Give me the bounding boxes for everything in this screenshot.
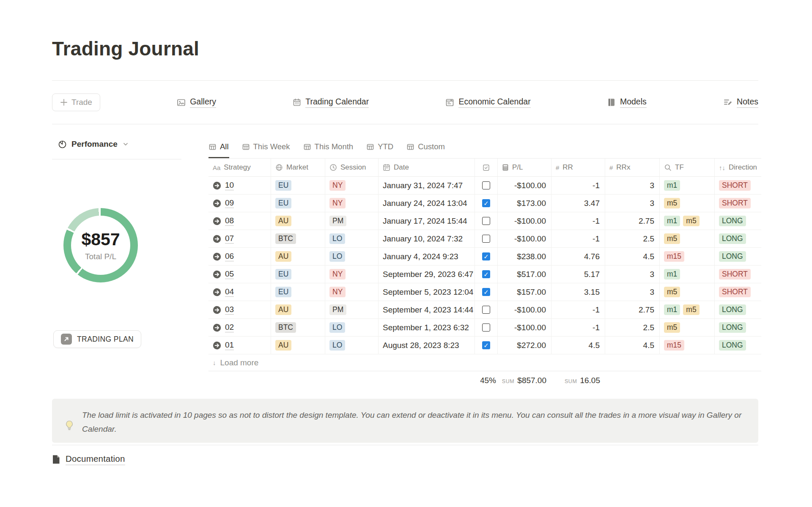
strategy-link[interactable]: 06 (225, 252, 234, 261)
session-cell[interactable]: LO (325, 337, 379, 354)
session-cell[interactable]: NY (325, 195, 379, 212)
checkbox-checked[interactable]: ✓ (482, 341, 490, 349)
session-cell[interactable]: LO (325, 248, 379, 266)
rrx-cell[interactable]: 4.5 (605, 337, 660, 354)
win-percent-aggregate[interactable]: 45% (475, 371, 498, 390)
checkbox-unchecked[interactable] (482, 235, 490, 243)
pl-cell[interactable]: -$100.00 (498, 301, 551, 319)
rrx-cell[interactable]: 2.75 (605, 301, 660, 319)
win-cell[interactable] (475, 230, 498, 248)
checkbox-unchecked[interactable] (482, 181, 490, 189)
checkbox-checked[interactable]: ✓ (482, 199, 490, 207)
rrx-cell[interactable]: 2.5 (605, 230, 660, 248)
pl-sum-aggregate[interactable]: SUM $857.00 (498, 371, 551, 390)
direction-cell[interactable]: SHORT (715, 195, 761, 212)
session-cell[interactable]: NY (325, 266, 379, 283)
tf-cell[interactable]: m1 (660, 177, 715, 195)
market-cell[interactable]: BTC (271, 319, 325, 337)
strategy-cell[interactable]: 05 (208, 266, 271, 283)
strategy-link[interactable]: 03 (225, 305, 234, 315)
pl-cell[interactable]: $157.00 (498, 283, 551, 301)
date-cell[interactable]: January 17, 2024 15:44 (379, 212, 475, 230)
tab-this-week[interactable]: This Week (242, 135, 291, 158)
tf-cell[interactable]: m5 (660, 319, 715, 337)
win-cell[interactable] (475, 177, 498, 195)
session-cell[interactable]: PM (325, 212, 379, 230)
date-cell[interactable]: January 4, 2024 9:23 (379, 248, 475, 266)
tf-cell[interactable]: m15 (660, 337, 715, 354)
direction-cell[interactable]: LONG (715, 301, 761, 319)
rr-cell[interactable]: -1 (551, 212, 605, 230)
documentation-link[interactable]: Documentation (52, 454, 125, 465)
trade-button[interactable]: Trade (52, 93, 100, 111)
date-cell[interactable]: September 4, 2023 14:44 (379, 301, 475, 319)
rrx-cell[interactable]: 4.5 (605, 248, 660, 266)
checkbox-checked[interactable]: ✓ (482, 252, 490, 260)
win-cell[interactable] (475, 212, 498, 230)
strategy-link[interactable]: 08 (225, 216, 234, 226)
tf-cell[interactable]: m5 (660, 283, 715, 301)
tab-ytd[interactable]: YTD (366, 135, 394, 158)
checkbox-unchecked[interactable] (482, 217, 490, 225)
pl-cell[interactable]: -$100.00 (498, 230, 551, 248)
column-header-rr[interactable]: #RR (551, 159, 605, 177)
strategy-cell[interactable]: 03 (208, 301, 271, 319)
strategy-cell[interactable]: 08 (208, 212, 271, 230)
win-cell[interactable]: ✓ (475, 337, 498, 354)
strategy-cell[interactable]: 02 (208, 319, 271, 337)
market-cell[interactable]: AU (271, 301, 325, 319)
nav-link-models[interactable]: Models (607, 97, 647, 108)
trading-plan-button[interactable]: TRADING PLAN (53, 330, 141, 348)
win-cell[interactable] (475, 301, 498, 319)
date-cell[interactable]: January 31, 2024 7:47 (379, 177, 475, 195)
rr-cell[interactable]: -1 (551, 301, 605, 319)
strategy-cell[interactable]: 04 (208, 283, 271, 301)
win-cell[interactable]: ✓ (475, 248, 498, 266)
column-header-tf[interactable]: TF (660, 159, 715, 177)
column-header-market[interactable]: Market (271, 159, 325, 177)
checkbox-checked[interactable]: ✓ (482, 288, 490, 296)
session-cell[interactable]: LO (325, 230, 379, 248)
market-cell[interactable]: AU (271, 212, 325, 230)
tf-cell[interactable]: m5 (660, 230, 715, 248)
market-cell[interactable]: EU (271, 283, 325, 301)
pl-cell[interactable]: $517.00 (498, 266, 551, 283)
strategy-link[interactable]: 09 (225, 198, 234, 208)
nav-link-gallery[interactable]: Gallery (177, 97, 216, 108)
pl-cell[interactable]: $272.00 (498, 337, 551, 354)
session-cell[interactable]: NY (325, 283, 379, 301)
nav-link-economic-calendar[interactable]: Economic Calendar (445, 97, 530, 108)
date-cell[interactable]: January 24, 2024 13:04 (379, 195, 475, 212)
tf-cell[interactable]: m15 (660, 248, 715, 266)
strategy-cell[interactable]: 07 (208, 230, 271, 248)
rr-cell[interactable]: -1 (551, 177, 605, 195)
strategy-cell[interactable]: 09 (208, 195, 271, 212)
direction-cell[interactable]: LONG (715, 212, 761, 230)
session-cell[interactable]: LO (325, 319, 379, 337)
rr-cell[interactable]: -1 (551, 230, 605, 248)
checkbox-checked[interactable]: ✓ (482, 270, 490, 278)
rrx-cell[interactable]: 3 (605, 266, 660, 283)
tf-cell[interactable]: m1m5 (660, 212, 715, 230)
checkbox-unchecked[interactable] (482, 306, 490, 314)
tab-all[interactable]: All (208, 135, 229, 158)
strategy-cell[interactable]: 06 (208, 248, 271, 266)
rr-cell[interactable]: 5.17 (551, 266, 605, 283)
market-cell[interactable]: EU (271, 266, 325, 283)
rr-cell[interactable]: 4.5 (551, 337, 605, 354)
win-cell[interactable] (475, 319, 498, 337)
date-cell[interactable]: August 28, 2023 8:23 (379, 337, 475, 354)
tab-this-month[interactable]: This Month (303, 135, 354, 158)
strategy-link[interactable]: 02 (225, 323, 234, 332)
strategy-link[interactable]: 01 (225, 340, 234, 350)
market-cell[interactable]: EU (271, 177, 325, 195)
rr-cell[interactable]: 3.15 (551, 283, 605, 301)
win-cell[interactable]: ✓ (475, 195, 498, 212)
rrx-cell[interactable]: 3 (605, 283, 660, 301)
pl-cell[interactable]: $238.00 (498, 248, 551, 266)
strategy-cell[interactable]: 10 (208, 177, 271, 195)
column-header-session[interactable]: Session (325, 159, 379, 177)
nav-link-trading-calendar[interactable]: Trading Calendar (293, 97, 369, 108)
rrx-cell[interactable]: 3 (605, 177, 660, 195)
rr-cell[interactable]: 3.47 (551, 195, 605, 212)
